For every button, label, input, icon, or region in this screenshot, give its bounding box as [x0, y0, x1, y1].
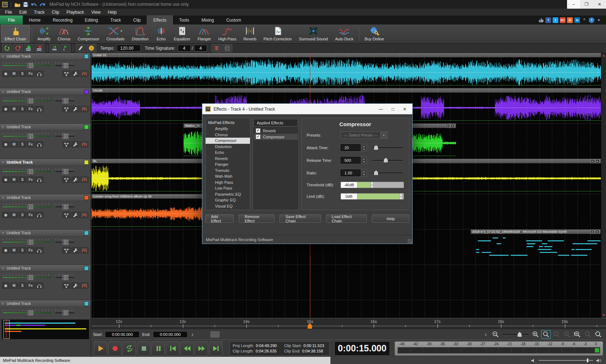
track-effects-button[interactable]	[80, 212, 88, 218]
library-effect-reverb[interactable]: Reverb	[206, 156, 250, 162]
checkbox-compressor[interactable]: ✔	[256, 134, 260, 139]
loop-play-button[interactable]	[2, 44, 12, 52]
tab-editing[interactable]: Editing	[79, 15, 104, 25]
project-overview-minimap[interactable]	[0, 318, 91, 357]
release-time-slider[interactable]	[373, 158, 403, 163]
collapse-track-icon[interactable]: ▽	[2, 90, 4, 93]
pan-handle[interactable]	[62, 240, 69, 245]
save-icon[interactable]	[23, 2, 28, 7]
solo-button[interactable]: S	[19, 71, 26, 77]
solo-button[interactable]: S	[19, 177, 26, 183]
track-settings-button[interactable]	[71, 141, 79, 147]
zoom-all-button[interactable]	[583, 330, 593, 339]
linkedin-icon[interactable]: in	[574, 17, 580, 23]
grid-button[interactable]	[223, 44, 232, 52]
arm-record-button[interactable]	[2, 212, 9, 218]
track-header-7[interactable]: ▽Untitled Track	[0, 265, 91, 272]
spin-buttons[interactable]: ▲▼	[361, 156, 367, 164]
spin-down-icon[interactable]: ▼	[363, 161, 365, 163]
dialog-maximize-button[interactable]: □	[392, 107, 394, 112]
pan-handle[interactable]	[62, 275, 69, 280]
undo-icon[interactable]	[31, 2, 37, 7]
scroll-left-icon[interactable]: ‹	[190, 331, 195, 337]
skip-end-button[interactable]	[209, 341, 223, 356]
track-color-chip[interactable]	[84, 54, 89, 59]
track-header-4[interactable]: ▽Untitled Track	[0, 159, 91, 166]
track-pan-slider[interactable]	[56, 309, 74, 315]
solo-button[interactable]: S	[19, 212, 26, 218]
library-effect-tremolo[interactable]: Tremolo	[206, 168, 250, 174]
mute-button[interactable]: M	[10, 106, 18, 112]
like-icon[interactable]	[539, 17, 544, 23]
record-button[interactable]	[108, 341, 122, 356]
track-effects-button[interactable]	[80, 177, 88, 183]
checkbox-reverb[interactable]: ✔	[256, 128, 260, 133]
track-lane-1[interactable]: Guitar 01	[92, 53, 601, 88]
arm-record-button[interactable]	[2, 283, 9, 289]
limit-slider[interactable]: 0dB ‖	[341, 193, 404, 200]
track-volume-slider[interactable]	[3, 62, 51, 68]
monitor-button[interactable]	[35, 283, 43, 289]
playhead-marker[interactable]	[308, 323, 312, 329]
library-effect-visual-eq[interactable]: Visual EQ	[206, 203, 250, 209]
track-header-8[interactable]: ▽Untitled Track	[0, 300, 91, 307]
zoom-out-button[interactable]	[491, 330, 500, 339]
mute-button[interactable]: M	[10, 212, 18, 218]
ribbon-button-distortion[interactable]: Distortion	[128, 25, 152, 43]
volume-handle[interactable]	[27, 240, 34, 245]
volume-handle[interactable]	[27, 134, 34, 139]
menu-help[interactable]: Help	[104, 9, 120, 15]
track-color-chip[interactable]	[84, 266, 89, 271]
collapse-track-icon[interactable]: ▽	[2, 55, 4, 58]
pan-handle[interactable]	[62, 134, 69, 139]
solo-button[interactable]: S	[19, 141, 26, 147]
tab-tools[interactable]: Tools	[173, 15, 195, 25]
tab-file[interactable]: File	[0, 15, 23, 25]
track-header-1[interactable]: ▽Untitled Track	[0, 53, 91, 60]
track-settings-button[interactable]	[71, 177, 79, 183]
dialog-close-button[interactable]: ✕	[403, 107, 407, 112]
presets-dropdown[interactable]: --- Select Preset --- ▼	[341, 132, 388, 139]
track-lane-8[interactable]	[92, 300, 601, 318]
monitor-button[interactable]	[35, 71, 43, 77]
solo-button[interactable]: S	[19, 247, 26, 253]
collapse-track-icon[interactable]: ▽	[2, 125, 4, 129]
track-pan-slider[interactable]	[56, 168, 74, 174]
arm-record-button[interactable]	[2, 247, 9, 253]
zoom-slider-thumb[interactable]	[518, 332, 522, 337]
pan-handle[interactable]	[62, 310, 69, 315]
library-effect-compressor[interactable]: Compressor	[206, 138, 250, 144]
remove-effect-button[interactable]: Remove Effect	[239, 214, 275, 223]
facebook-icon[interactable]: f	[545, 17, 551, 23]
spin-down-icon[interactable]: ▼	[363, 173, 365, 176]
horizontal-scrollbar-thumb[interactable]	[210, 331, 220, 338]
track-effects-button[interactable]	[80, 247, 88, 253]
zoom-in-button[interactable]	[531, 330, 540, 339]
fx-button[interactable]: Fx	[27, 141, 34, 147]
scroll-up-icon[interactable]	[602, 54, 605, 57]
zoom-vertical-out-button[interactable]	[562, 330, 572, 339]
dialog-minimize-button[interactable]: —	[379, 107, 383, 112]
ribbon-button-echo[interactable]: Echo	[153, 25, 170, 43]
track-header-3[interactable]: ▽Untitled Track	[0, 124, 91, 130]
clip-guitar-01[interactable]: Guitar 01	[92, 53, 601, 88]
track-color-chip[interactable]	[84, 195, 89, 200]
fx-button[interactable]: Fx	[27, 106, 34, 112]
routing-button[interactable]	[62, 247, 70, 253]
track-header-6[interactable]: ▽Untitled Track	[0, 230, 91, 236]
save-effect-chain-button[interactable]: Save Effect Chain	[280, 214, 321, 223]
track-header-2[interactable]: ▽Untitled Track	[0, 88, 91, 95]
pan-handle[interactable]	[62, 98, 69, 103]
scroll-right-icon[interactable]: ›	[483, 331, 488, 337]
dropdown-arrow-icon[interactable]: ▼	[120, 30, 123, 33]
fx-button[interactable]: Fx	[27, 71, 34, 77]
mute-button[interactable]: M	[10, 247, 18, 253]
tab-effects[interactable]: Effects	[147, 15, 173, 25]
tab-custom[interactable]: Custom	[220, 15, 247, 25]
solo-button[interactable]: S	[19, 283, 26, 289]
track-effects-button[interactable]	[80, 71, 88, 77]
scroll-down-icon[interactable]	[602, 314, 605, 316]
tempo-field[interactable]: 120.00	[117, 45, 141, 52]
skip-start-button[interactable]	[166, 341, 179, 356]
arm-record-button[interactable]	[2, 106, 9, 112]
